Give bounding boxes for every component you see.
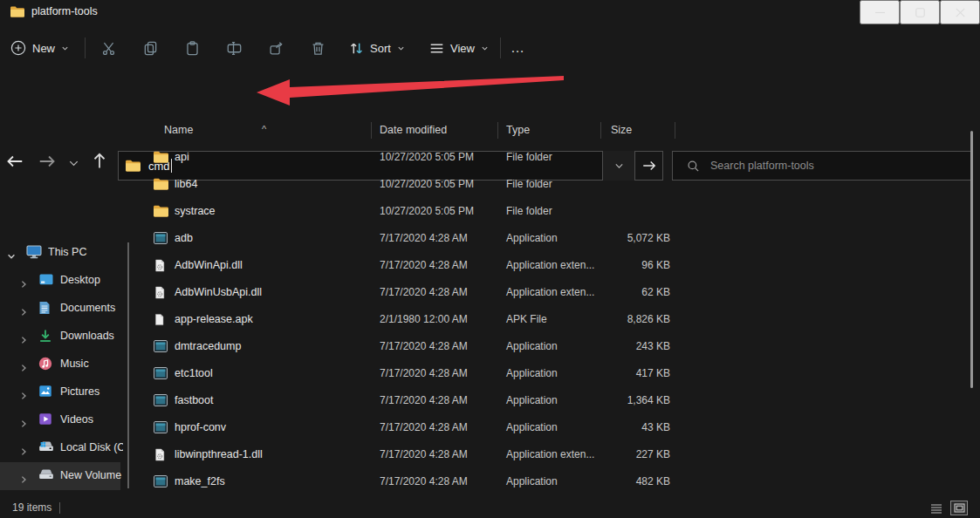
sidebar-item-documents[interactable]: Documents — [0, 295, 129, 323]
sidebar-item-music[interactable]: Music — [0, 351, 129, 378]
documents-icon — [38, 301, 54, 316]
cut-button[interactable] — [91, 31, 126, 65]
file-date-modified: 7/17/2020 4:28 AM — [380, 259, 468, 271]
delete-button[interactable] — [300, 31, 335, 65]
rename-button[interactable] — [216, 31, 251, 65]
file-row-lib64[interactable]: lib6410/27/2020 5:05 PMFile folder — [140, 172, 973, 199]
file-row-app-release-apk[interactable]: app-release.apk2/1/1980 12:00 AMAPK File… — [140, 307, 973, 334]
sidebar-item-label: This PC — [48, 246, 123, 258]
sidebar-item-new-volume-d[interactable]: New Volume (D — [0, 462, 120, 490]
chevron-down-icon — [481, 44, 489, 52]
share-button[interactable] — [258, 31, 293, 65]
copy-button[interactable] — [133, 31, 168, 65]
column-header-date-modified[interactable]: Date modified — [380, 124, 447, 136]
close-button[interactable] — [940, 0, 980, 24]
sidebar-item-local-disk-c[interactable]: Local Disk (C:) — [0, 434, 129, 462]
chevron-down-icon — [61, 44, 69, 52]
sidebar-item-label: Downloads — [60, 330, 123, 342]
dll-icon — [154, 286, 168, 300]
column-divider[interactable] — [497, 122, 498, 139]
column-divider[interactable] — [371, 122, 372, 139]
command-bar: New Sort View — [0, 24, 980, 72]
column-header-size[interactable]: Size — [611, 124, 632, 136]
dll-icon — [154, 448, 168, 462]
folder-icon — [154, 178, 168, 192]
sidebar-scrollbar[interactable] — [127, 242, 129, 488]
column-divider[interactable] — [600, 122, 601, 139]
music-icon — [38, 357, 54, 371]
this-pc-icon — [26, 245, 42, 260]
sort-button-label: Sort — [370, 42, 391, 55]
file-name: hprof-conv — [175, 421, 226, 433]
file-date-modified: 10/27/2020 5:05 PM — [380, 178, 474, 190]
toolbar-divider — [85, 37, 86, 58]
file-name: lib64 — [175, 178, 197, 190]
file-type: File folder — [506, 151, 552, 163]
sidebar-item-pictures[interactable]: Pictures — [0, 378, 129, 406]
file-date-modified: 7/17/2020 4:28 AM — [380, 232, 468, 244]
new-button[interactable]: New — [10, 31, 69, 65]
sort-button[interactable]: Sort — [349, 31, 405, 65]
sidebar-item-desktop[interactable]: Desktop — [0, 267, 129, 295]
column-divider[interactable] — [675, 122, 675, 139]
file-row-make-f2fs[interactable]: make_f2fs7/17/2020 4:28 AMApplication482… — [140, 469, 973, 496]
large-icons-view-icon — [954, 503, 965, 513]
file-size: 1,364 KB — [559, 394, 670, 406]
file-size: 96 KB — [559, 259, 670, 271]
sidebar-item-downloads[interactable]: Downloads — [0, 323, 129, 351]
paste-button[interactable] — [175, 31, 209, 65]
chevron-right-icon[interactable] — [19, 444, 28, 453]
column-header-type[interactable]: Type — [506, 124, 530, 136]
sidebar-item-this-pc[interactable]: This PC — [0, 239, 129, 267]
column-header-name[interactable]: Name — [164, 124, 193, 136]
file-row-api[interactable]: api10/27/2020 5:05 PMFile folder — [140, 145, 973, 172]
more-options-button[interactable]: … — [511, 31, 525, 65]
maximize-button[interactable] — [900, 0, 940, 24]
minimize-button[interactable] — [860, 0, 900, 24]
file-list-scrollbar[interactable] — [970, 131, 973, 388]
sidebar-item-videos[interactable]: Videos — [0, 406, 129, 434]
folder-icon — [154, 151, 168, 165]
large-icons-view-button[interactable] — [950, 501, 968, 515]
view-icon — [429, 41, 444, 56]
chevron-right-icon[interactable] — [19, 416, 28, 425]
chevron-right-icon[interactable] — [19, 472, 28, 481]
file-row-etc1tool[interactable]: etc1tool7/17/2020 4:28 AMApplication417 … — [140, 361, 973, 388]
file-type: File folder — [506, 205, 552, 217]
file-row-systrace[interactable]: systrace10/27/2020 5:05 PMFile folder — [140, 199, 973, 226]
file-name: AdbWinApi.dll — [175, 259, 243, 271]
file-name: fastboot — [175, 394, 213, 406]
file-date-modified: 2/1/1980 12:00 AM — [380, 313, 468, 325]
chevron-right-icon[interactable] — [19, 388, 28, 397]
chevron-right-icon[interactable] — [19, 360, 28, 369]
file-row-libwinpthread-1-dll[interactable]: libwinpthread-1.dll7/17/2020 4:28 AMAppl… — [140, 442, 973, 469]
file-name: AdbWinUsbApi.dll — [175, 286, 262, 298]
chevron-right-icon[interactable] — [19, 276, 28, 285]
file-name: app-release.apk — [175, 313, 253, 325]
chevron-right-icon[interactable] — [19, 332, 28, 341]
sort-ascending-indicator: ^ — [262, 124, 266, 134]
file-name: make_f2fs — [175, 475, 225, 487]
view-button[interactable]: View — [429, 31, 489, 65]
details-view-button[interactable] — [928, 501, 945, 515]
file-date-modified: 10/27/2020 5:05 PM — [380, 151, 474, 163]
file-type: APK File — [506, 313, 547, 325]
new-button-label: New — [32, 42, 55, 55]
chevron-right-icon[interactable] — [19, 304, 28, 313]
file-row-dmtracedump[interactable]: dmtracedump7/17/2020 4:28 AMApplication2… — [140, 334, 973, 361]
file-type: Application — [506, 340, 558, 352]
cut-icon — [101, 41, 116, 56]
file-type: Application — [506, 394, 558, 406]
file-row-fastboot[interactable]: fastboot7/17/2020 4:28 AMApplication1,36… — [140, 388, 973, 415]
titlebar: platform-tools — [0, 0, 980, 24]
sidebar-item-label: Desktop — [60, 274, 123, 286]
chevron-down-icon[interactable] — [7, 249, 16, 257]
file-row-adb[interactable]: adb7/17/2020 4:28 AMApplication5,072 KB — [140, 226, 973, 253]
file-row-adbwinusbapi-dll[interactable]: AdbWinUsbApi.dll7/17/2020 4:28 AMApplica… — [140, 280, 973, 307]
file-size: 243 KB — [559, 340, 670, 352]
view-button-label: View — [450, 42, 475, 55]
file-row-adbwinapi-dll[interactable]: AdbWinApi.dll7/17/2020 4:28 AMApplicatio… — [140, 253, 973, 280]
sort-icon — [349, 41, 364, 56]
file-row-hprof-conv[interactable]: hprof-conv7/17/2020 4:28 AMApplication43… — [140, 415, 973, 442]
sidebar-item-label: Pictures — [60, 385, 123, 398]
